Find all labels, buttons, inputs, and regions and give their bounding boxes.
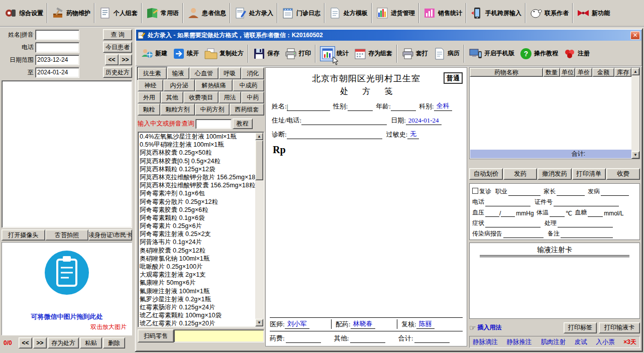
diagnosis-blank[interactable] bbox=[287, 131, 382, 139]
window-titlebar[interactable]: 处方录入 - 如果需要定做处方格式，请联系作者微信：K20160502 ✕ bbox=[136, 30, 641, 41]
drug-list-item[interactable]: 琥乙红霉素片 0.125g×20片 bbox=[138, 319, 264, 327]
treatment-blank[interactable] bbox=[558, 220, 613, 227]
doctor-value[interactable]: 刘小军 bbox=[285, 319, 309, 329]
drug-list-item[interactable]: 氟康唑注射液 100ml×1瓶 bbox=[138, 287, 264, 295]
category-button[interactable]: 外用 bbox=[138, 91, 161, 103]
drug-list-item[interactable]: 阿奇霉素颗粒 0.1g×6袋 bbox=[138, 214, 264, 222]
drug-list-item[interactable]: 0.5%甲硝唑注射液 100ml×1瓶 bbox=[138, 141, 264, 149]
print-label-button[interactable]: 打印标签 bbox=[564, 322, 597, 333]
gender-blank[interactable] bbox=[348, 103, 373, 111]
category-button[interactable]: 颗粒 bbox=[138, 103, 160, 115]
category-button[interactable]: 中成药 bbox=[233, 79, 264, 91]
scroll-down-button[interactable]: ▼ bbox=[631, 151, 639, 159]
drug-list-item[interactable]: 奥硝唑胶囊 0.25g×12粒 bbox=[138, 247, 264, 255]
tutorial-toolbar-button[interactable]: ? 操作教程 bbox=[517, 43, 561, 64]
remark-blank[interactable] bbox=[561, 231, 613, 238]
save-as-set-button[interactable]: 存为组套 bbox=[351, 43, 395, 64]
id-number-blank[interactable] bbox=[554, 199, 619, 206]
dispense-button[interactable]: 发药 bbox=[503, 168, 537, 180]
charge-button[interactable]: 收费 bbox=[606, 168, 640, 180]
toolbar-item-contact-author[interactable]: 联系作者 bbox=[527, 2, 571, 25]
total-blank[interactable] bbox=[414, 335, 450, 343]
col-unit[interactable]: 单位 bbox=[560, 68, 575, 77]
drug-list-item[interactable]: 阿奇霉素注射液 0.25×2支 bbox=[138, 230, 264, 238]
scan-retail-input[interactable] bbox=[174, 329, 264, 342]
address-blank[interactable] bbox=[301, 117, 387, 125]
drug-list-item[interactable]: 阿奇霉素胶囊 0.25g×6粒 bbox=[138, 206, 264, 214]
temp-blank[interactable] bbox=[550, 210, 565, 217]
open-camera-button[interactable]: 打开摄像头 bbox=[2, 229, 45, 241]
template-print-button[interactable]: 套打 bbox=[399, 43, 431, 64]
skin-test-button[interactable]: 皮试 bbox=[575, 338, 587, 346]
fee-blank[interactable] bbox=[286, 335, 321, 343]
toolbar-item-patient-info[interactable]: 患者信息 bbox=[184, 2, 229, 25]
category-button[interactable]: 收费项目 bbox=[183, 91, 219, 103]
category-button[interactable]: 其他 bbox=[161, 91, 184, 103]
scroll-thumb[interactable] bbox=[255, 140, 263, 180]
date-range-next-button[interactable]: >> bbox=[119, 54, 132, 65]
bp-dia-blank[interactable] bbox=[501, 210, 515, 217]
allergy-value[interactable]: 无 bbox=[407, 130, 419, 139]
drug-list-item[interactable]: 阿昔洛韦片 0.1g×24片 bbox=[138, 238, 264, 246]
col-quantity[interactable]: 数量 bbox=[543, 68, 560, 77]
save-as-prescription-button[interactable]: 存为处方 bbox=[48, 337, 79, 348]
image-next-button[interactable]: >> bbox=[33, 337, 47, 348]
drug-list-item[interactable]: 阿奇霉素片 0.25g×6片 bbox=[138, 222, 264, 230]
toolbar-item-settings[interactable]: 综合设置 bbox=[2, 2, 46, 25]
close-button[interactable]: ✕ bbox=[630, 31, 640, 40]
drug-search-input[interactable] bbox=[195, 119, 232, 129]
onset-blank[interactable] bbox=[601, 189, 629, 196]
drug-list-item[interactable]: 大观霉素注射液 2g×1支 bbox=[138, 271, 264, 279]
save-button[interactable]: 保存 bbox=[250, 43, 282, 64]
today-patients-button[interactable]: 今日患者 bbox=[103, 42, 132, 53]
stats-button[interactable]: 统计 bbox=[317, 43, 351, 64]
reviewer-value[interactable]: 陈丽 bbox=[416, 319, 435, 329]
drug-list-item[interactable]: 阿莫西林颗粒 0.125g×12袋 bbox=[138, 165, 264, 173]
category-button[interactable]: 心血管 bbox=[189, 67, 219, 79]
image-prev-button[interactable]: << bbox=[19, 337, 32, 348]
drug-list-item[interactable]: 奥硝唑氯化钠 100ml×1瓶 bbox=[138, 255, 264, 263]
phone-input[interactable] bbox=[35, 42, 79, 53]
scroll-up-button[interactable]: ▲ bbox=[631, 68, 639, 75]
insert-usage-button[interactable]: ☞ 插入用法 bbox=[469, 323, 501, 332]
category-button[interactable]: 输液 bbox=[167, 67, 190, 79]
undo-dispense-button[interactable]: 撤消发药 bbox=[538, 168, 571, 180]
occupation-blank[interactable] bbox=[508, 189, 541, 196]
category-button[interactable]: 西药组套 bbox=[230, 103, 264, 115]
copy-prescription-button[interactable]: 复制处方 bbox=[201, 43, 246, 64]
pi-phone-blank[interactable] bbox=[485, 199, 530, 206]
toolbar-item-personal-set[interactable]: 个人组套 bbox=[96, 2, 140, 25]
symptom-blank[interactable] bbox=[485, 220, 541, 227]
toolbar-item-purchase-management[interactable]: 进货管理 bbox=[373, 2, 417, 25]
continue-button[interactable]: 续开 bbox=[170, 43, 201, 64]
print-button[interactable]: 打印 bbox=[282, 43, 313, 64]
prescription-type-button[interactable]: 普通 bbox=[444, 72, 463, 84]
print-infusion-card-button[interactable]: 打印输液卡 bbox=[599, 322, 640, 333]
enable-mobile-button[interactable]: 开启手机版 bbox=[466, 43, 517, 64]
date-to-input[interactable] bbox=[35, 67, 79, 78]
image-drop-area[interactable]: 可将微信中图片拖到此处 双击放大图片 bbox=[2, 242, 132, 335]
name-blank[interactable]: | bbox=[287, 103, 330, 111]
drug-list-item[interactable]: 红霉素肠溶片 0.125g×24片 bbox=[138, 303, 264, 311]
drug-list-item[interactable]: 阿奇霉素分散片 0.25g×12粒 bbox=[138, 198, 264, 206]
name-pinyin-input[interactable] bbox=[35, 30, 79, 40]
drug-list-item[interactable]: 0.4%左氧氟沙星注射液 100ml×1瓶 bbox=[138, 133, 264, 141]
new-button[interactable]: 新建 bbox=[138, 43, 170, 64]
dispenser-value[interactable]: 林晓春 bbox=[351, 319, 375, 329]
read-idcard-button[interactable]: 读身份证\市民卡 bbox=[88, 229, 132, 241]
dept-value[interactable]: 全科 bbox=[434, 101, 452, 111]
drug-list-item[interactable]: 琥乙红霉素颗粒 100mg×10袋 bbox=[138, 311, 264, 319]
glucose-blank[interactable] bbox=[588, 210, 603, 217]
toolbar-item-mobile-input[interactable]: 手机跨屏输入 bbox=[468, 2, 524, 25]
col-stock[interactable]: 库存 bbox=[614, 68, 631, 77]
col-amount[interactable]: 金额 bbox=[592, 68, 614, 77]
category-button[interactable]: 中药 bbox=[241, 91, 264, 103]
drug-list-item[interactable]: 阿莫西林胶囊 0.25g×50粒 bbox=[138, 149, 264, 157]
toolbar-item-clinic-log[interactable]: 门诊日志 bbox=[279, 2, 323, 25]
category-button[interactable]: 神经 bbox=[138, 79, 163, 91]
auto-price-button[interactable]: 自动划价 bbox=[469, 168, 503, 180]
drug-list-item[interactable]: 氟罗沙星注射液 0.2g×1瓶 bbox=[138, 295, 264, 303]
category-button[interactable]: 呼吸 bbox=[219, 67, 242, 79]
category-button[interactable]: 用法 bbox=[219, 91, 242, 103]
search-tutorial-button[interactable]: 教程 bbox=[233, 119, 253, 129]
